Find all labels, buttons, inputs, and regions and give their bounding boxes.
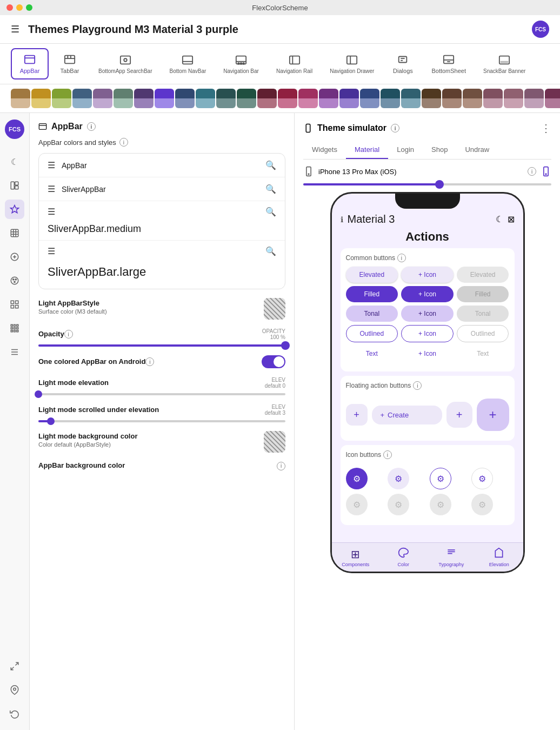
sidebar-pin-icon[interactable] <box>5 680 24 700</box>
color-swatch-3[interactable] <box>52 89 71 108</box>
color-swatch-6[interactable] <box>114 89 133 108</box>
color-swatch-13[interactable] <box>257 89 277 108</box>
icon-btn-plain-1[interactable]: ⚙ <box>471 468 493 489</box>
nav-item-color[interactable]: Color <box>379 547 428 567</box>
color-swatch-2[interactable] <box>31 89 51 108</box>
more-options-icon[interactable]: ⋮ <box>541 122 551 135</box>
sidebar-grid2-icon[interactable] <box>5 318 24 338</box>
light-scrolled-slider[interactable] <box>38 420 285 422</box>
tab-bottomsheet[interactable]: BottomSheet <box>424 48 474 79</box>
sidebar-effects-icon[interactable] <box>5 200 24 219</box>
fab-medium[interactable]: + <box>446 402 472 428</box>
menu-icon[interactable]: ☰ <box>11 23 19 35</box>
sidebar-list-icon[interactable] <box>5 342 24 362</box>
color-swatch-8[interactable] <box>155 89 174 108</box>
tab-navbar[interactable]: Navigation Bar <box>216 49 266 79</box>
color-swatch-16[interactable] <box>319 89 338 108</box>
sidebar-layout-icon[interactable] <box>5 176 24 195</box>
appbar-bg-info-icon[interactable]: i <box>277 462 285 470</box>
sidebar-palette-icon[interactable] <box>5 271 24 290</box>
btn-text-icon[interactable]: + Icon <box>401 346 454 362</box>
sidebar-grid-icon[interactable] <box>5 295 24 314</box>
fab-large[interactable]: + <box>477 399 509 431</box>
nav-item-elevation[interactable]: Elevation <box>475 547 523 567</box>
btn-outlined[interactable]: Outlined <box>346 325 398 342</box>
phone-dark-icon[interactable]: ☾ <box>496 214 503 224</box>
btn-text[interactable]: Text <box>346 346 398 362</box>
color-swatch-14[interactable] <box>278 89 297 108</box>
btn-filled-icon[interactable]: + Icon <box>401 286 454 302</box>
tab-navrail[interactable]: Navigation Rail <box>269 49 320 79</box>
sim-tab-shop[interactable]: Shop <box>423 141 456 159</box>
phone-grid-icon[interactable]: ⊠ <box>508 214 515 224</box>
color-swatch-10[interactable] <box>196 89 215 108</box>
color-swatch-4[interactable] <box>72 89 92 108</box>
color-swatch-12[interactable] <box>237 89 256 108</box>
btn-tonal-icon[interactable]: + Icon <box>401 306 454 322</box>
color-swatch-18[interactable] <box>360 89 379 108</box>
tab-dialogs[interactable]: Dialogs <box>384 48 422 79</box>
fab-extended[interactable]: + Create <box>372 406 442 424</box>
avatar[interactable]: FCS <box>532 21 549 38</box>
icon-btn-outlined-1[interactable]: ⚙ <box>430 468 451 489</box>
sidebar-expand-icon[interactable] <box>5 656 24 676</box>
light-style-hatch[interactable] <box>264 298 285 320</box>
opacity-slider[interactable] <box>38 344 285 347</box>
sidebar-add-icon[interactable] <box>5 247 24 267</box>
color-swatch-26[interactable] <box>524 89 544 108</box>
theme-sim-info-icon[interactable]: i <box>391 124 399 132</box>
left-panel-info-icon[interactable]: i <box>87 122 96 131</box>
common-buttons-info[interactable]: i <box>397 254 406 262</box>
color-swatch-25[interactable] <box>504 89 523 108</box>
color-swatch-23[interactable] <box>463 89 482 108</box>
color-swatch-17[interactable] <box>339 89 359 108</box>
sim-tab-widgets[interactable]: Widgets <box>303 141 346 159</box>
color-swatch-22[interactable] <box>442 89 462 108</box>
sim-tab-undraw[interactable]: Undraw <box>456 141 498 159</box>
nav-item-typography[interactable]: Typography <box>428 547 476 567</box>
sidebar-darkmode-icon[interactable]: ☾ <box>5 152 24 171</box>
btn-filled[interactable]: Filled <box>346 286 398 302</box>
nav-item-components[interactable]: ⊞ Components <box>332 548 380 567</box>
icon-buttons-info[interactable]: i <box>383 450 392 459</box>
color-swatch-27[interactable] <box>545 89 560 108</box>
close-button[interactable] <box>6 4 13 11</box>
icon-btn-filled-1[interactable]: ⚙ <box>346 468 368 489</box>
btn-outlined-icon[interactable]: + Icon <box>401 325 454 342</box>
minimize-button[interactable] <box>16 4 23 11</box>
btn-elevated[interactable]: Elevated <box>346 267 398 283</box>
color-swatch-20[interactable] <box>401 89 421 108</box>
btn-elevated-icon[interactable]: + Icon <box>401 267 454 283</box>
color-swatch-9[interactable] <box>175 89 195 108</box>
maximize-button[interactable] <box>26 4 32 11</box>
sidebar-avatar[interactable]: FCS <box>5 120 24 139</box>
light-bg-hatch[interactable] <box>264 431 285 453</box>
tab-navdrawer[interactable]: Navigation Drawer <box>322 49 382 79</box>
device-scale-slider[interactable] <box>303 183 551 185</box>
color-swatch-7[interactable] <box>134 89 154 108</box>
sidebar-refresh-icon[interactable] <box>5 704 24 724</box>
device-info-icon[interactable]: i <box>528 167 536 176</box>
light-elevation-slider[interactable] <box>38 393 285 395</box>
color-swatch-24[interactable] <box>483 89 503 108</box>
fab-small[interactable]: + <box>346 404 368 426</box>
sidebar-visibility-icon[interactable] <box>5 223 24 243</box>
fab-info[interactable]: i <box>413 381 422 390</box>
color-swatch-1[interactable] <box>11 89 30 108</box>
tab-appbar[interactable]: AppBar <box>11 48 49 79</box>
color-swatch-5[interactable] <box>93 89 112 108</box>
opacity-info-icon[interactable]: i <box>64 330 73 339</box>
one-colored-info-icon[interactable]: i <box>145 357 154 366</box>
section-info-icon[interactable]: i <box>119 138 128 147</box>
one-colored-toggle[interactable] <box>262 355 285 368</box>
color-swatch-21[interactable] <box>422 89 441 108</box>
color-swatch-19[interactable] <box>381 89 400 108</box>
color-swatch-11[interactable] <box>216 89 236 108</box>
tab-bottomapp[interactable]: BottomApp SearchBar <box>91 49 160 79</box>
color-swatch-15[interactable] <box>298 89 318 108</box>
sim-tab-login[interactable]: Login <box>388 141 423 159</box>
tab-bottomnav[interactable]: Bottom NavBar <box>162 49 214 79</box>
tab-tabbar[interactable]: TabBar <box>51 48 89 79</box>
btn-tonal[interactable]: Tonal <box>346 306 398 322</box>
icon-btn-tonal-1[interactable]: ⚙ <box>388 468 409 489</box>
